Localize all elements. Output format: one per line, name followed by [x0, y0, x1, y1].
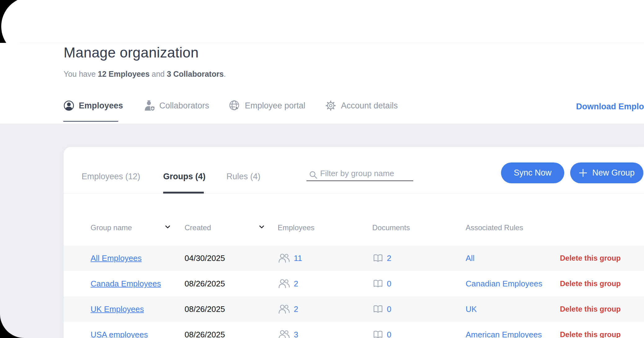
- tab-label: Employees: [79, 101, 123, 111]
- documents-cell: 0: [373, 304, 391, 314]
- delete-group-button[interactable]: Delete this group: [560, 330, 621, 338]
- book-icon: [373, 280, 383, 288]
- plus-icon: [579, 169, 587, 177]
- sync-now-button[interactable]: Sync Now: [501, 162, 564, 183]
- nav-tabs: Employees Collaborators: [64, 98, 398, 113]
- page-subtitle: You have 12 Employees and 3 Collaborator…: [64, 70, 226, 79]
- book-icon: [373, 305, 383, 313]
- group-name-link: All Employees: [91, 254, 142, 263]
- book-icon: [373, 254, 383, 263]
- column-header-group-name: Group name: [91, 223, 132, 232]
- delete-group-button[interactable]: Delete this group: [560, 254, 621, 263]
- column-header-associated-rules: Associated Rules: [466, 223, 523, 232]
- table-row: UK Employees 08/26/2025 2 0 UK Delete th…: [64, 296, 644, 322]
- documents-cell: 0: [373, 330, 391, 338]
- person-shield-icon: [143, 100, 155, 111]
- gear-icon: [325, 100, 336, 111]
- tab-employee-portal[interactable]: Employee portal: [229, 100, 305, 111]
- groups-card: Employees (12) Groups (4) Rules (4) Sync…: [64, 147, 644, 338]
- associated-rule-link[interactable]: UK: [466, 304, 477, 314]
- documents-count-link[interactable]: 2: [387, 254, 391, 263]
- people-icon: [278, 304, 290, 314]
- active-inner-tab-underline: [163, 192, 204, 194]
- created-date: 08/26/2025: [185, 304, 225, 314]
- tab-label: Employee portal: [245, 101, 305, 111]
- documents-count-link[interactable]: 0: [387, 304, 391, 314]
- employees-count-link[interactable]: 2: [294, 279, 298, 289]
- documents-cell: 2: [373, 254, 391, 263]
- tab-label: Collaborators: [159, 101, 209, 111]
- employees-cell: 11: [278, 254, 302, 263]
- employees-cell: 3: [278, 330, 298, 338]
- employees-cell: 2: [278, 279, 298, 289]
- groups-table: All Employees 04/30/2025 11 2 All Delete…: [64, 245, 644, 338]
- created-date: 08/26/2025: [185, 330, 225, 338]
- new-group-button[interactable]: New Group: [570, 162, 643, 183]
- tab-rules[interactable]: Rules (4): [226, 172, 261, 181]
- page-title: Manage organization: [64, 45, 199, 60]
- download-employees-link[interactable]: Download Employees: [576, 102, 644, 112]
- column-header-created: Created: [185, 223, 211, 232]
- associated-rule-link[interactable]: American Employees: [466, 330, 542, 338]
- globe-cursor-icon: [229, 100, 240, 111]
- employees-count: 12 Employees: [98, 70, 150, 78]
- book-icon: [373, 331, 383, 338]
- group-filter: [306, 166, 413, 182]
- tab-collaborators[interactable]: Collaborators: [143, 100, 209, 111]
- column-header-employees: Employees: [278, 223, 315, 232]
- documents-count-link[interactable]: 0: [387, 330, 391, 338]
- employees-count-link[interactable]: 3: [294, 330, 298, 338]
- people-icon: [278, 330, 290, 338]
- delete-group-button[interactable]: Delete this group: [560, 279, 621, 288]
- collaborators-count: 3 Collaborators: [167, 70, 224, 78]
- header-background-left: [0, 43, 19, 124]
- created-date: 04/30/2025: [185, 254, 225, 263]
- group-name-link: UK Employees: [91, 304, 144, 314]
- documents-cell: 0: [373, 279, 391, 289]
- associated-rule-link[interactable]: All: [466, 254, 475, 263]
- column-header-documents: Documents: [372, 223, 410, 232]
- employees-count-link[interactable]: 11: [294, 254, 302, 263]
- created-date: 08/26/2025: [185, 279, 225, 289]
- table-row: All Employees 04/30/2025 11 2 All Delete…: [64, 245, 644, 271]
- people-icon: [278, 279, 290, 289]
- group-name-link: USA employees: [91, 330, 148, 338]
- documents-count-link[interactable]: 0: [387, 279, 391, 289]
- tab-label: Account details: [341, 101, 398, 111]
- tabs-divider: [64, 193, 644, 194]
- header-top-divider: [19, 43, 644, 43]
- filter-by-group-name-input[interactable]: [306, 166, 413, 181]
- tab-groups[interactable]: Groups (4): [163, 172, 206, 181]
- associated-rule-link[interactable]: Canadian Employees: [466, 279, 542, 289]
- table-row: Canada Employees 08/26/2025 2 0 Canadian…: [64, 271, 644, 296]
- active-tab-underline: [63, 121, 118, 122]
- delete-group-button[interactable]: Delete this group: [560, 305, 621, 313]
- tab-employees[interactable]: Employees: [64, 100, 123, 111]
- group-name-link: Canada Employees: [91, 279, 161, 289]
- employees-cell: 2: [278, 304, 298, 314]
- chevron-down-icon[interactable]: [259, 225, 264, 229]
- employees-count-link[interactable]: 2: [294, 304, 298, 314]
- table-row: USA employees 08/26/2025 3 0 American Em…: [64, 322, 644, 338]
- person-circle-icon: [64, 100, 74, 111]
- tab-account-details[interactable]: Account details: [325, 100, 398, 111]
- chevron-down-icon[interactable]: [165, 225, 170, 229]
- people-icon: [278, 254, 290, 263]
- tab-employees-list[interactable]: Employees (12): [82, 172, 140, 181]
